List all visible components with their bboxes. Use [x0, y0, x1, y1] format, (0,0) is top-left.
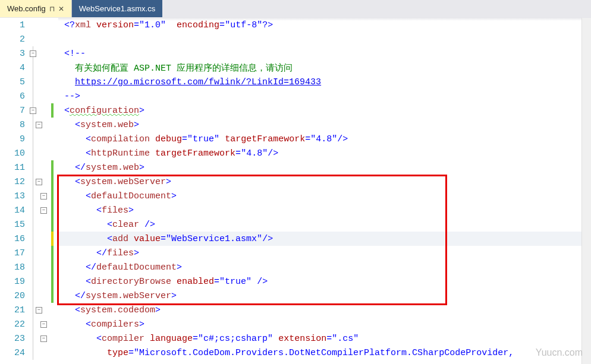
tab-webservice[interactable]: WebService1.asmx.cs — [72, 0, 162, 17]
line-number: 7 — [0, 106, 29, 116]
fold-toggle[interactable]: − — [36, 179, 42, 185]
line-number: 5 — [0, 77, 29, 87]
line-number: 20 — [0, 291, 29, 301]
code-line: <configuration> — [58, 103, 591, 118]
line-number: 21 — [0, 305, 29, 315]
line-number: 1 — [0, 20, 29, 30]
fold-toggle[interactable]: − — [40, 321, 47, 328]
code-line: <defaultDocument> — [58, 189, 591, 203]
fold-toggle[interactable]: − — [30, 107, 36, 114]
code-line: 有关如何配置 ASP.NET 应用程序的详细信息，请访问 — [58, 61, 591, 75]
code-line: <httpRuntime targetFramework="4.8"/> — [58, 146, 591, 160]
gutter: 1 2 3− 4 5 6 7− 8− 9 10 11 12− 13− 14− 1… — [0, 18, 58, 364]
line-number: 3 — [0, 49, 29, 59]
line-number: 23 — [0, 334, 29, 344]
watermark: Yuucn.com — [536, 347, 583, 358]
fold-toggle[interactable]: − — [40, 193, 47, 200]
line-number: 10 — [0, 148, 29, 159]
line-number: 9 — [0, 134, 29, 144]
code-line: <compiler language="c#;cs;csharp" extens… — [58, 331, 591, 346]
code-line: </defaultDocument> — [58, 260, 591, 274]
line-number: 4 — [0, 63, 29, 73]
code-editor[interactable]: 1 2 3− 4 5 6 7− 8− 9 10 11 12− 13− 14− 1… — [0, 18, 591, 364]
code-line: <clear /> — [58, 217, 591, 232]
code-line: <compilers> — [58, 317, 591, 331]
line-number: 2 — [0, 34, 29, 45]
line-number: 22 — [0, 319, 29, 330]
code-line: </system.web> — [58, 160, 591, 175]
fold-toggle[interactable]: − — [40, 207, 47, 214]
scrollbar-vertical[interactable] — [581, 18, 591, 364]
line-number: 17 — [0, 248, 29, 258]
code-line: <directoryBrowse enabled="true" /> — [58, 274, 591, 289]
pin-icon[interactable]: ⊓ — [49, 5, 55, 13]
fold-toggle[interactable]: − — [36, 307, 42, 314]
code-line: <system.codedom> — [58, 303, 591, 317]
fold-toggle[interactable]: − — [40, 335, 47, 342]
line-number: 11 — [0, 163, 29, 173]
code-line: </system.webServer> — [58, 289, 591, 303]
line-number: 13 — [0, 191, 29, 201]
close-icon[interactable]: ✕ — [58, 5, 64, 13]
tab-bar: Web.config ⊓ ✕ WebService1.asmx.cs — [0, 0, 591, 18]
code-line: </files> — [58, 246, 591, 260]
line-number: 12 — [0, 177, 29, 187]
code-line: <system.web> — [58, 118, 591, 132]
fold-toggle[interactable]: − — [36, 122, 42, 128]
tab-label: WebService1.asmx.cs — [79, 4, 155, 13]
code-line: <!-- — [58, 46, 591, 61]
tab-label: Web.config — [7, 4, 46, 13]
tab-webconfig[interactable]: Web.config ⊓ ✕ — [0, 0, 72, 17]
code-line: <?xml version="1.0" encoding="utf-8"?> — [58, 18, 591, 32]
link-msdocs[interactable]: https://go.microsoft.com/fwlink/?LinkId=… — [75, 77, 321, 87]
code-line: <compilation debug="true" targetFramewor… — [58, 132, 591, 146]
line-number: 16 — [0, 234, 29, 244]
line-number: 15 — [0, 220, 29, 230]
line-number: 24 — [0, 348, 29, 358]
code-line: --> — [58, 89, 591, 103]
code-content[interactable]: <?xml version="1.0" encoding="utf-8"?> <… — [58, 18, 591, 364]
code-line: <add value="WebService1.asmx"/> — [58, 232, 591, 246]
code-line: https://go.microsoft.com/fwlink/?LinkId=… — [58, 75, 591, 89]
code-line: <system.webServer> — [58, 175, 591, 189]
line-number: 14 — [0, 205, 29, 216]
line-number: 19 — [0, 277, 29, 287]
line-number: 8 — [0, 120, 29, 130]
code-line — [58, 32, 591, 46]
fold-toggle[interactable]: − — [30, 50, 36, 57]
code-line: <files> — [58, 203, 591, 217]
line-number: 6 — [0, 91, 29, 102]
line-number: 18 — [0, 262, 29, 273]
code-line: type="Microsoft.CodeDom.Providers.DotNet… — [58, 346, 591, 360]
